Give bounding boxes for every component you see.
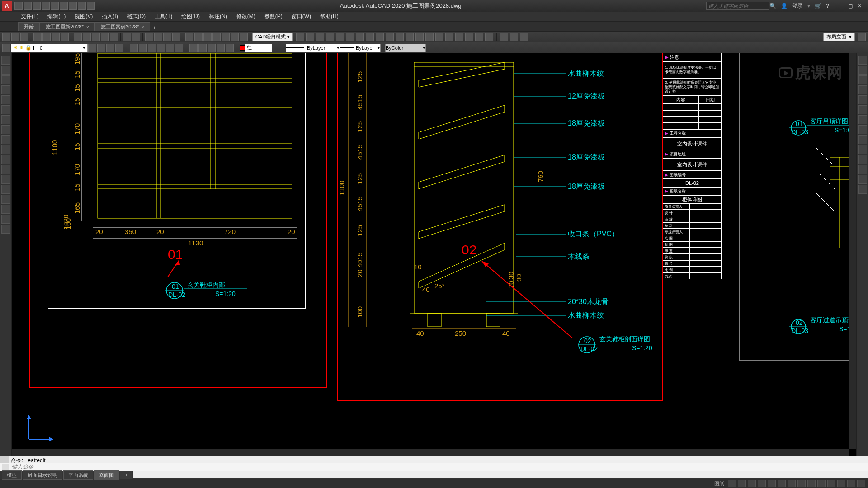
mod-tool-icon[interactable] (500, 33, 508, 41)
publish-icon[interactable] (52, 33, 60, 41)
layer-dropdown[interactable]: ☀❄🔓0▾ (11, 44, 88, 52)
mod-tool-icon[interactable] (520, 33, 528, 41)
layer-tool-icon[interactable] (139, 44, 147, 52)
dim-tool-icon[interactable] (396, 33, 404, 41)
pline-icon[interactable] (1, 66, 10, 75)
match-icon[interactable] (101, 33, 109, 41)
zoom-window-icon[interactable] (163, 33, 171, 41)
app-logo[interactable]: A (2, 1, 12, 11)
dim-tool-icon[interactable] (346, 33, 354, 41)
extend-icon[interactable] (858, 125, 867, 134)
minimize-icon[interactable]: — (839, 3, 845, 9)
command-input[interactable] (12, 464, 866, 470)
qat-icon[interactable] (78, 2, 86, 10)
menu-modify[interactable]: 修改(M) (233, 12, 259, 21)
qat-icon[interactable] (24, 2, 32, 10)
user-icon[interactable]: 👤 (781, 3, 788, 9)
search-icon[interactable]: 🔍 (769, 3, 776, 9)
trim-icon[interactable] (858, 115, 867, 124)
dim-tool-icon[interactable] (366, 33, 374, 41)
menu-draw[interactable]: 绘图(D) (178, 12, 203, 21)
qat-icon[interactable] (87, 2, 95, 10)
tool-icon[interactable] (194, 33, 203, 41)
line-icon[interactable] (1, 56, 10, 65)
plot-preview-icon[interactable] (42, 33, 51, 41)
layer-tool-icon[interactable] (115, 44, 123, 52)
arc-icon[interactable] (1, 85, 10, 94)
layer-tool-icon[interactable] (175, 44, 183, 52)
dim-tool-icon[interactable] (406, 33, 414, 41)
infocenter-search[interactable] (706, 2, 769, 10)
tab-start[interactable]: 开始 (18, 22, 40, 31)
tool-icon[interactable] (110, 33, 118, 41)
mtext-icon[interactable] (1, 165, 10, 174)
rect-icon[interactable] (1, 95, 10, 104)
layout-add[interactable]: + (120, 471, 132, 479)
mod-tool-icon[interactable] (510, 33, 518, 41)
qat-icon[interactable] (60, 2, 68, 10)
tool-icon[interactable] (1, 175, 10, 184)
tool-icon[interactable] (240, 33, 248, 41)
layer-tool-icon[interactable] (157, 44, 165, 52)
dim-tool-icon[interactable] (455, 33, 463, 41)
paste-icon[interactable] (92, 33, 100, 41)
undo-icon[interactable] (123, 33, 131, 41)
close-icon[interactable]: ✕ (857, 3, 863, 9)
tab-doc[interactable]: 施工图案例2028*× (95, 22, 150, 31)
status-icon[interactable] (817, 480, 826, 487)
status-icon[interactable] (788, 480, 796, 487)
status-icon[interactable] (778, 480, 786, 487)
redo-icon[interactable] (132, 33, 140, 41)
menu-file[interactable]: 文件(F) (17, 12, 42, 21)
qat-icon[interactable] (69, 2, 77, 10)
tab-doc[interactable]: 施工图重新2028*× (40, 22, 95, 31)
pan-icon[interactable] (145, 33, 153, 41)
menu-tools[interactable]: 工具(T) (151, 12, 176, 21)
mirror-icon[interactable] (858, 85, 867, 94)
status-icon[interactable] (837, 480, 845, 487)
copy-icon[interactable] (858, 66, 867, 75)
circle-icon[interactable] (1, 75, 10, 84)
open-icon[interactable] (11, 33, 19, 41)
dim-tool-icon[interactable] (376, 33, 384, 41)
tool-icon[interactable] (222, 33, 230, 41)
plotstyle-combo[interactable]: ByColor▾ (385, 44, 426, 52)
tool-icon[interactable] (858, 33, 866, 41)
color-swatch[interactable] (240, 45, 245, 51)
help-icon[interactable]: ? (826, 3, 829, 9)
print-icon[interactable] (33, 33, 42, 41)
status-icon[interactable] (738, 480, 746, 487)
layer-tool-icon[interactable] (130, 44, 138, 52)
dim-tool-icon[interactable] (296, 33, 304, 41)
save-icon[interactable] (20, 33, 28, 41)
layer-manager-icon[interactable] (2, 44, 10, 52)
drawing-canvas[interactable]: 虎课网 20 (12, 53, 856, 456)
spline-icon[interactable] (1, 115, 10, 124)
dim-tool-icon[interactable] (316, 33, 324, 41)
tool-icon[interactable] (1, 205, 10, 214)
status-icon[interactable] (768, 480, 776, 487)
scrollbar-vertical[interactable] (849, 53, 856, 449)
qat-icon[interactable] (51, 2, 59, 10)
move-icon[interactable] (858, 56, 867, 65)
layout-tab[interactable]: 封面目录说明 (23, 470, 62, 480)
status-icon[interactable] (827, 480, 835, 487)
menu-format[interactable]: 格式(O) (123, 12, 149, 21)
region-icon[interactable] (1, 145, 10, 154)
dim-tool-icon[interactable] (445, 33, 453, 41)
layer-tool-icon[interactable] (148, 44, 156, 52)
point-icon[interactable] (1, 135, 10, 144)
tool-icon[interactable] (61, 33, 69, 41)
zoom-prev-icon[interactable] (172, 33, 180, 41)
linetype-combo[interactable]: ByLayer▾ (286, 44, 340, 52)
menu-dimension[interactable]: 标注(N) (205, 12, 231, 21)
layout-tab[interactable]: 立面图 (94, 470, 119, 480)
dim-tool-icon[interactable] (326, 33, 334, 41)
status-icon[interactable] (748, 480, 756, 487)
scrollbar-horizontal[interactable] (12, 449, 849, 456)
status-icon[interactable] (847, 480, 855, 487)
dim-tool-icon[interactable] (475, 33, 483, 41)
table-icon[interactable] (1, 155, 10, 164)
layout-tab[interactable]: 平面系统 (63, 470, 93, 480)
ellipse-icon[interactable] (1, 105, 10, 114)
